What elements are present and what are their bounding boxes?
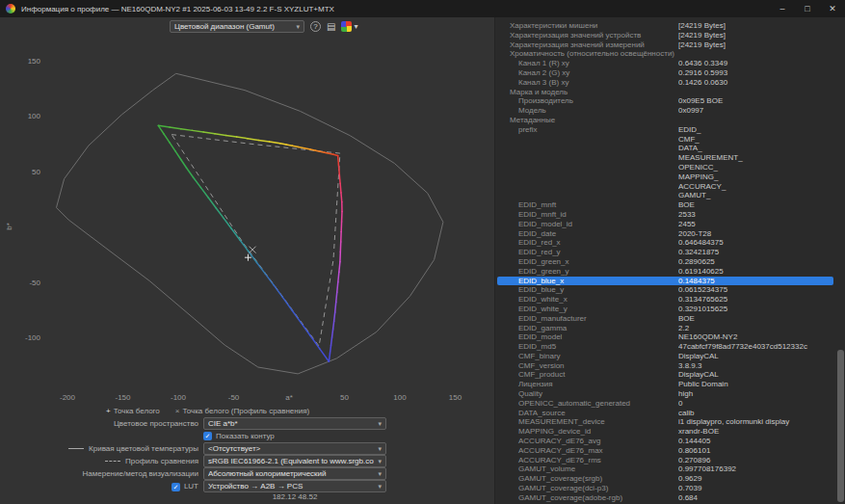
property-row[interactable]: GAMUT_coverage(dci-p3)0.7039 (497, 484, 833, 493)
property-row[interactable]: Производитель0x09E5 BOE (497, 96, 833, 106)
property-value: BOE (678, 200, 833, 210)
display-gamut-edge (280, 144, 286, 145)
property-row[interactable]: CMF_productDisplayCAL (497, 370, 833, 380)
display-gamut-edge (216, 208, 224, 219)
lut-select[interactable]: Устройство → A2B → PCS ▾ (203, 480, 386, 492)
property-key: Характеризация значений устройств (497, 31, 678, 40)
property-row[interactable]: GAMUT_volume0.997708176392 (497, 464, 833, 474)
cct-curve-select[interactable]: <Отсутствует> ▾ (203, 442, 386, 455)
show-outline-checkbox[interactable]: ✓ (203, 432, 212, 440)
property-row[interactable]: Канал 3 (B) xy0.1426 0.0630 (497, 78, 833, 88)
scrollbar[interactable] (835, 17, 845, 504)
property-value: 0.3291015625 (678, 305, 833, 314)
property-row[interactable]: ЛицензияPublic Domain (497, 380, 833, 389)
property-row[interactable]: EDID_date2020-T28 (497, 229, 833, 239)
comparison-profile-select[interactable]: sRGB IEC61966-2.1 (Equivalent to www.srg… (203, 455, 386, 467)
property-row[interactable]: Характеризация значений измерений[24219 … (497, 40, 833, 50)
property-row[interactable]: CMF_version3.8.9.3 (497, 361, 833, 371)
property-row[interactable]: EDID_md547cabfcf79f8ad7732e4037cd512332c (497, 342, 833, 352)
property-row[interactable]: EDID_white_x0.3134765625 (497, 295, 833, 305)
property-row[interactable]: EDID_white_y0.3291015625 (497, 305, 833, 314)
property-row[interactable]: Метаданные (497, 116, 833, 125)
property-row[interactable]: MEASUREMENT_devicei1 displaypro, colormu… (497, 417, 833, 427)
titlebar[interactable]: Информация о профиле — NE160QDM-NY2 #1 2… (0, 0, 845, 17)
display-gamut-edge (248, 139, 258, 141)
property-row[interactable]: CMF_ (497, 135, 833, 145)
report-icon[interactable]: ▤ (327, 21, 335, 32)
property-row[interactable]: EDID_green_y0.619140625 (497, 267, 833, 277)
property-row[interactable]: EDID_manufacturerBOE (497, 314, 833, 324)
display-gamut-edge (336, 292, 337, 302)
lut-checkbox[interactable]: ✓ (172, 483, 180, 491)
property-key: MEASUREMENT_device (497, 417, 678, 427)
property-row[interactable]: Канал 1 (R) xy0.6436 0.3349 (497, 59, 833, 68)
property-key: ACCURACY_dE76_rms (497, 456, 678, 465)
property-key: EDID_white_x (497, 295, 678, 305)
property-row[interactable]: prefixEDID_ (497, 125, 833, 135)
property-list[interactable]: Характеристики мишени[24219 Bytes]Характ… (495, 17, 845, 503)
property-row[interactable]: Характеристики мишени[24219 Bytes] (497, 21, 833, 31)
property-row[interactable]: Модель0x0997 (497, 106, 833, 116)
property-row[interactable]: ACCURACY_dE76_avg0.144405 (497, 437, 833, 446)
property-row[interactable]: DATA_ (497, 144, 833, 153)
gamut-chart[interactable]: -200-150-100-505010015015010050-50-100a*… (0, 17, 494, 405)
property-row[interactable]: ACCURACY_dE76_max0.806101 (497, 446, 833, 456)
color-swatch-icon (341, 21, 352, 32)
display-gamut-edge (257, 262, 266, 274)
property-value: 0.144405 (678, 437, 833, 446)
close-button[interactable]: ✕ (820, 0, 845, 17)
property-key (497, 163, 678, 172)
y-tick-label: 100 (28, 112, 41, 120)
dashed-line-swatch (105, 461, 120, 462)
property-row[interactable]: EDID_blue_y0.0615234375 (497, 285, 833, 295)
property-row[interactable]: MEASUREMENT_ (497, 153, 833, 163)
property-value: 2.2 (678, 324, 833, 333)
property-row[interactable]: MAPPING_device_idxrandr-BOE (497, 427, 833, 437)
colorspace-select[interactable]: CIE a*b* ▾ (203, 417, 386, 430)
plot-type-select[interactable]: Цветовой диапазон (Gamut) ▾ (170, 20, 304, 33)
property-row[interactable]: OPENICC_automatic_generated0 (497, 399, 833, 409)
scrollbar-thumb[interactable] (837, 350, 844, 502)
property-row[interactable]: EDID_blue_x0.1484375 (497, 277, 833, 286)
property-key: CMF_binary (497, 352, 678, 361)
property-row[interactable]: Qualityhigh (497, 389, 833, 399)
property-value: EDID_ (678, 125, 833, 135)
property-row[interactable]: EDID_red_x0.646484375 (497, 238, 833, 248)
property-row[interactable]: EDID_model_id2455 (497, 220, 833, 229)
property-row[interactable]: DATA_sourcecalib (497, 409, 833, 418)
x-tick-label: 100 (393, 393, 407, 402)
property-row[interactable]: EDID_green_x0.2890625 (497, 257, 833, 267)
property-value: 0.3134765625 (678, 295, 833, 305)
property-row[interactable]: EDID_red_y0.32421875 (497, 248, 833, 257)
display-gamut-edge (270, 142, 280, 144)
rendering-intent-select[interactable]: Абсолютный колориметрический ▾ (203, 467, 386, 480)
property-row[interactable]: Характеризация значений устройств[24219 … (497, 31, 833, 40)
property-row[interactable]: Хроматичность (относительно освещённости… (497, 49, 833, 59)
window-content: -200-150-100-505010015015010050-50-100a*… (0, 17, 845, 504)
property-row[interactable]: Марка и модель (497, 88, 833, 97)
property-row[interactable]: OPENICC_ (497, 163, 833, 172)
property-row[interactable]: EDID_modelNE160QDM-NY2 (497, 332, 833, 342)
rendering-intent-value: Абсолютный колориметрический (208, 469, 374, 478)
property-row[interactable]: MAPPING_ (497, 172, 833, 182)
profile-properties-panel: Характеристики мишени[24219 Bytes]Характ… (494, 17, 845, 504)
property-row[interactable]: GAMUT_coverage(adobe-rgb)0.684 (497, 493, 833, 503)
maximize-button[interactable]: □ (795, 0, 820, 17)
property-row[interactable]: EDID_mnft_id2533 (497, 210, 833, 220)
property-row[interactable]: CMF_binaryDisplayCAL (497, 352, 833, 361)
property-row[interactable]: Канал 2 (G) xy0.2916 0.5993 (497, 68, 833, 78)
property-row[interactable]: GAMUT_ (497, 191, 833, 200)
display-gamut-edge (203, 132, 215, 134)
color-menu-button[interactable]: ▾ (341, 21, 357, 32)
property-row[interactable]: GAMUT_coverage(srgb)0.9629 (497, 474, 833, 484)
window-title: Информация о профиле — NE160QDM-NY2 #1 2… (21, 5, 770, 13)
help-icon[interactable]: ? (310, 21, 321, 32)
property-row[interactable]: EDID_mnftBOE (497, 200, 833, 210)
cross-marker-icon: × (175, 407, 180, 415)
property-row[interactable]: ACCURACY_ (497, 182, 833, 192)
property-row[interactable]: EDID_gamma2.2 (497, 324, 833, 333)
x-tick-label: 150 (449, 393, 462, 402)
property-row[interactable]: ACCURACY_dE76_rms0.270896 (497, 456, 833, 465)
minimize-button[interactable]: – (770, 0, 795, 17)
property-key: Модель (497, 106, 678, 116)
